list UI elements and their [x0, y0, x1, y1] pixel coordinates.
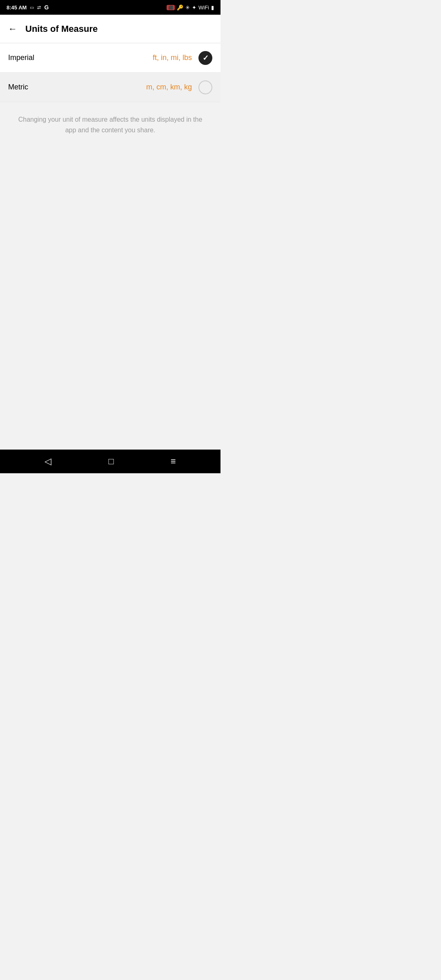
metric-label: Metric — [8, 83, 28, 91]
nav-back-button[interactable]: ◁ — [45, 456, 51, 467]
header: ← Units of Measure — [0, 15, 220, 43]
rotation-icon: ⇄ — [37, 5, 41, 10]
imperial-units: ft, in, mi, lbs — [153, 53, 192, 62]
key-icon: 🔑 — [177, 4, 183, 11]
metric-radio-unselected[interactable] — [198, 80, 212, 94]
metric-units: m, cm, km, kg — [146, 83, 192, 91]
status-left: 8:45 AM ▭ ⇄ G — [7, 4, 49, 11]
location-icon: ✦ — [192, 4, 196, 11]
metric-option-row[interactable]: Metric m, cm, km, kg — [0, 73, 220, 102]
imperial-option-row[interactable]: Imperial ft, in, mi, lbs — [0, 43, 220, 73]
content-area: Imperial ft, in, mi, lbs Metric m, cm, k… — [0, 43, 220, 143]
record-icon: ⬛ — [167, 5, 175, 10]
back-button[interactable]: ← — [8, 24, 17, 34]
description-area: Changing your unit of measure affects th… — [0, 102, 220, 143]
status-right: ⬛ 🔑 ✳ ✦ WiFi ▮ — [167, 4, 214, 11]
nav-home-button[interactable]: □ — [108, 456, 114, 467]
nav-menu-button[interactable]: ≡ — [171, 456, 176, 467]
google-icon: G — [44, 4, 49, 11]
metric-right: m, cm, km, kg — [146, 80, 212, 94]
status-bar: 8:45 AM ▭ ⇄ G ⬛ 🔑 ✳ ✦ WiFi ▮ — [0, 0, 220, 15]
page-title: Units of Measure — [25, 24, 98, 34]
imperial-radio-selected[interactable] — [198, 51, 212, 65]
wifi-icon: WiFi — [198, 4, 209, 11]
battery-icon: ▮ — [211, 4, 214, 11]
imperial-right: ft, in, mi, lbs — [153, 51, 212, 65]
imperial-label: Imperial — [8, 53, 34, 62]
bluetooth-icon: ✳ — [185, 4, 190, 11]
empty-gray-area — [0, 143, 220, 450]
nav-bar: ◁ □ ≡ — [0, 450, 220, 473]
camera-icon: ▭ — [30, 5, 34, 10]
status-time: 8:45 AM — [7, 4, 27, 11]
description-text: Changing your unit of measure affects th… — [12, 114, 208, 135]
